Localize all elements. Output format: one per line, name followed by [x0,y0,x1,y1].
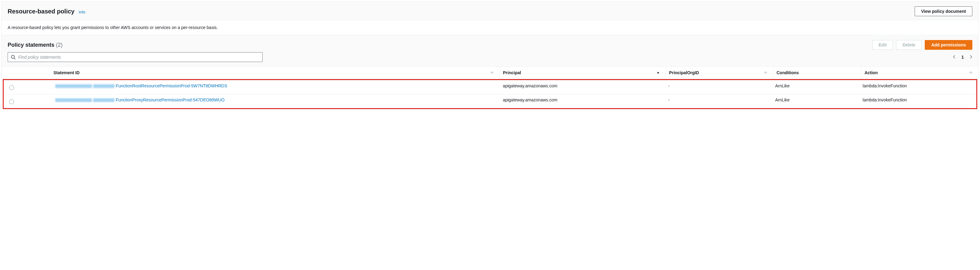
statements-count: (2) [56,42,63,48]
principal-cell: apigateway.amazonaws.com [500,94,665,108]
svg-line-1 [14,58,15,59]
search-pagination-row: 1 [2,52,978,67]
table-row[interactable]: FunctionProxyResourcePermissionProd-547D… [4,94,976,108]
action-cell: lambda:InvokeFunction [860,94,976,108]
prev-page-icon[interactable] [953,55,956,60]
sort-icon [969,70,972,75]
statement-id-link[interactable]: FunctionProxyResourcePermissionProd-547D… [55,97,224,102]
search-icon [11,55,16,60]
search-input[interactable] [8,52,262,62]
row-radio[interactable] [9,99,14,104]
sort-icon [764,70,767,75]
principal-org-id-cell: - [665,94,772,108]
col-principal-org-id[interactable]: PrincipalOrgID [666,67,773,79]
row-radio[interactable] [9,85,14,90]
page-number: 1 [961,55,964,60]
conditions-cell: ArnLike [772,80,860,94]
statements-header: Policy statements (2) Edit Delete Add pe… [2,35,978,52]
col-conditions[interactable]: Conditions [773,67,861,79]
add-permissions-button[interactable]: Add permissions [925,40,972,50]
principal-org-id-cell: - [665,80,772,94]
col-action[interactable]: Action [861,67,978,79]
col-statement-id[interactable]: Statement ID [50,67,500,79]
svg-point-0 [11,55,14,58]
pagination: 1 [953,55,972,60]
sort-asc-icon [657,70,660,75]
table-row[interactable]: FunctionRootResourcePermissionProd-5W7NT… [4,80,976,94]
action-cell: lambda:InvokeFunction [860,80,976,94]
resource-policy-panel: Resource-based policy Info View policy d… [1,1,979,110]
view-policy-document-button[interactable]: View policy document [915,6,972,16]
col-principal[interactable]: Principal [500,67,666,79]
conditions-cell: ArnLike [772,94,860,108]
policy-statements-table: Statement ID Principal [2,67,978,79]
policy-description: A resource-based policy lets you grant p… [2,20,978,35]
sort-icon [490,70,493,75]
delete-button[interactable]: Delete [896,40,922,50]
next-page-icon[interactable] [969,55,972,60]
info-link[interactable]: Info [79,10,86,14]
panel-title: Resource-based policy [8,8,75,15]
select-column-header [2,67,50,79]
statements-title: Policy statements (2) [8,42,63,48]
highlighted-rows: FunctionRootResourcePermissionProd-5W7NT… [3,79,977,109]
principal-cell: apigateway.amazonaws.com [500,80,665,94]
statement-id-link[interactable]: FunctionRootResourcePermissionProd-5W7NT… [55,83,227,88]
edit-button[interactable]: Edit [872,40,893,50]
panel-header: Resource-based policy Info View policy d… [2,2,978,20]
